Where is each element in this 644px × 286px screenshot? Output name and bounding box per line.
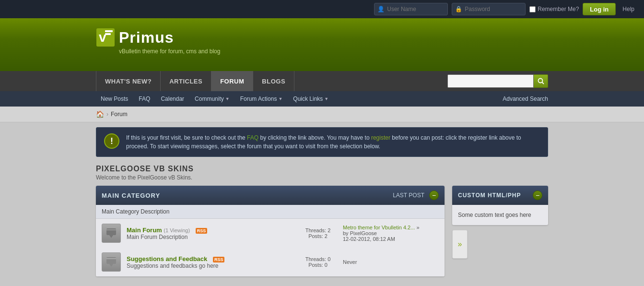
sidebar-widget: CUSTOM HTML/PHP − Some custom text goes … (452, 186, 548, 225)
header: v Primus vBulletin theme for forum, cms … (0, 18, 644, 71)
forum-status-icon (102, 252, 121, 272)
password-input-wrap: 🔒 (452, 3, 526, 15)
last-post-by: by PixelGoose (343, 230, 439, 236)
subnav-forum-actions[interactable]: Forum Actions ▼ (235, 91, 288, 107)
forum-status-icon (102, 224, 121, 243)
logo-icon: v (96, 28, 115, 47)
subnav-community[interactable]: Community ▼ (190, 91, 234, 107)
quick-links-arrow: ▼ (324, 96, 328, 101)
sidebar-collapse-button[interactable]: − (533, 191, 542, 200)
table-header: MAIN CATEGORY LAST POST − (96, 186, 445, 205)
sidebar-title: CUSTOM HTML/PHP (458, 192, 521, 199)
faq-link[interactable]: FAQ (247, 134, 258, 141)
sub-nav-left: New Posts FAQ Calendar Community ▼ Forum… (96, 91, 333, 107)
forum-name-link[interactable]: Main Forum (1 Viewing) (127, 226, 192, 234)
forum-row-main: Main Forum (1 Viewing) RSS Main Forum De… (96, 219, 445, 248)
lock-icon: 🔒 (455, 6, 462, 12)
svg-marker-8 (109, 235, 113, 238)
forum-stats: Threads: 0 Posts: 0 (299, 256, 337, 268)
sub-nav: New Posts FAQ Calendar Community ▼ Forum… (0, 91, 644, 107)
svg-rect-2 (105, 30, 113, 32)
forum-last-post: Metro theme for Vbulletin 4.2... » by Pi… (343, 225, 439, 242)
community-arrow: ▼ (225, 96, 230, 101)
svg-marker-11 (109, 264, 113, 267)
table-row: Main Forum (1 Viewing) RSS Main Forum De… (96, 219, 445, 248)
svg-line-5 (542, 83, 544, 84)
table-row: Suggestions and Feedback RSS Suggestions… (96, 248, 445, 276)
svg-rect-10 (106, 258, 116, 259)
remember-wrap: Remember Me? (529, 6, 579, 12)
password-input[interactable] (465, 6, 522, 12)
forum-info: Main Forum (1 Viewing) RSS Main Forum De… (127, 226, 293, 240)
logo-area: v Primus (96, 28, 174, 47)
sidebar-header: CUSTOM HTML/PHP − (452, 186, 548, 205)
tab-forum[interactable]: FORUM (211, 71, 253, 91)
collapse-button[interactable]: − (429, 191, 439, 200)
svg-rect-3 (105, 33, 111, 35)
forum-desc: Main Forum Description (127, 234, 293, 240)
search-icon (538, 78, 544, 84)
content: ! If this is your first visit, be sure t… (0, 122, 644, 281)
nav-search (447, 74, 548, 88)
forum-group-title: PIXELGOOSE VB SKINS (96, 165, 548, 173)
forum-group-subtitle: Welcome to the PixelGoose vB Skins. (96, 174, 548, 181)
subnav-new-posts[interactable]: New Posts (96, 91, 133, 107)
table-header-right: LAST POST − (393, 191, 439, 200)
subnav-calendar[interactable]: Calendar (156, 91, 189, 107)
svg-point-4 (538, 79, 542, 83)
breadcrumb: 🏠 › Forum (0, 107, 644, 122)
viewing-count: (1 Viewing) (164, 227, 190, 233)
nav-tabs: WHAT'S NEW? ARTICLES FORUM BLOGS (96, 71, 447, 91)
user-icon: 👤 (377, 6, 385, 12)
forum-last-post: Never (343, 259, 439, 265)
two-col: MAIN CATEGORY LAST POST − Main Category … (96, 186, 548, 276)
expand-arrow-button[interactable]: » (452, 230, 468, 259)
table-header-title: MAIN CATEGORY (102, 192, 160, 199)
search-input[interactable] (447, 74, 534, 88)
forum-row-suggestions: Suggestions and Feedback RSS Suggestions… (96, 248, 445, 276)
username-input-wrap: 👤 (374, 3, 448, 15)
last-post-arrow: » (416, 225, 419, 230)
advanced-search-link[interactable]: Advanced Search (503, 95, 548, 102)
info-banner: ! If this is your first visit, be sure t… (96, 127, 548, 157)
remember-label: Remember Me? (538, 6, 579, 12)
help-link[interactable]: Help (622, 6, 634, 12)
rss-icon: RSS (213, 255, 225, 262)
forum-info: Suggestions and Feedback RSS Suggestions… (127, 255, 293, 269)
username-input[interactable] (387, 6, 445, 12)
search-button[interactable] (534, 74, 548, 88)
tab-whats-new[interactable]: WHAT'S NEW? (96, 71, 161, 91)
tab-articles[interactable]: ARTICLES (161, 71, 211, 91)
breadcrumb-current: Forum (111, 111, 128, 118)
last-post-link[interactable]: Metro theme for Vbulletin 4.2... (343, 225, 415, 230)
subnav-quick-links[interactable]: Quick Links ▼ (288, 91, 333, 107)
sidebar-content: Some custom text goes here (452, 205, 548, 225)
tab-blogs[interactable]: BLOGS (253, 71, 294, 91)
logo-text: Primus (119, 29, 174, 47)
warning-icon: ! (104, 133, 119, 149)
login-button[interactable]: Log in (583, 3, 616, 15)
main-category-table: MAIN CATEGORY LAST POST − Main Category … (96, 186, 445, 276)
right-col: CUSTOM HTML/PHP − Some custom text goes … (452, 186, 548, 259)
subnav-faq[interactable]: FAQ (134, 91, 155, 107)
register-link[interactable]: register (371, 134, 390, 141)
rss-icon: RSS (196, 226, 208, 234)
main-nav: WHAT'S NEW? ARTICLES FORUM BLOGS (0, 71, 644, 91)
left-col: MAIN CATEGORY LAST POST − Main Category … (96, 186, 445, 276)
info-text: If this is your first visit, be sure to … (126, 133, 540, 151)
home-icon: 🏠 (96, 110, 104, 118)
forum-actions-arrow: ▼ (278, 96, 282, 101)
logo-tagline: vBulletin theme for forum, cms and blog (119, 48, 220, 55)
forum-desc: Suggestions and feedbacks go here (127, 262, 293, 269)
top-bar: 👤 🔒 Remember Me? Log in Help (0, 0, 644, 18)
main-category-desc: Main Category Description (96, 205, 445, 219)
remember-checkbox[interactable] (529, 6, 536, 12)
breadcrumb-separator: › (106, 111, 108, 118)
svg-rect-7 (106, 229, 116, 230)
forum-name-link[interactable]: Suggestions and Feedback (127, 255, 209, 262)
forum-stats: Threads: 2 Posts: 2 (299, 227, 337, 239)
last-post-date: 12-02-2012, 08:12 AM (343, 236, 439, 242)
never-label: Never (343, 259, 357, 265)
